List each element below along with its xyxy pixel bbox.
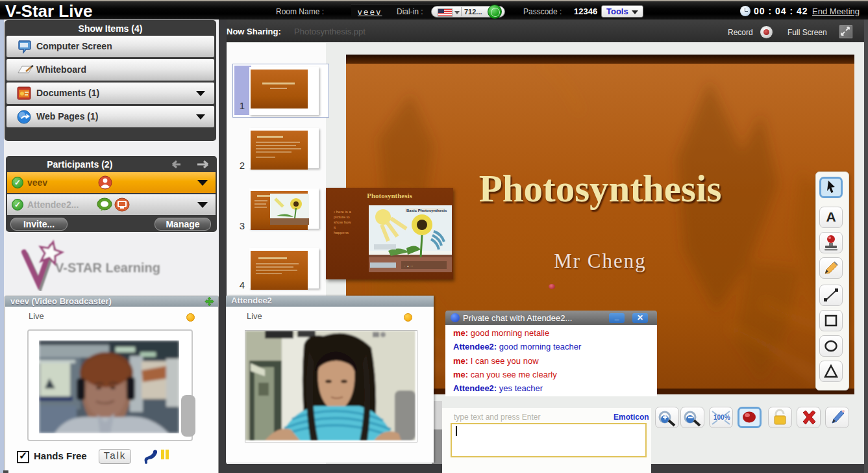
svg-text:100%: 100%: [713, 414, 730, 421]
svg-text:· • ··: · • ··: [404, 263, 413, 269]
svg-text:V-STAR Learning: V-STAR Learning: [55, 261, 160, 275]
svg-text:Basic Photosynthesis: Basic Photosynthesis: [406, 209, 447, 212]
